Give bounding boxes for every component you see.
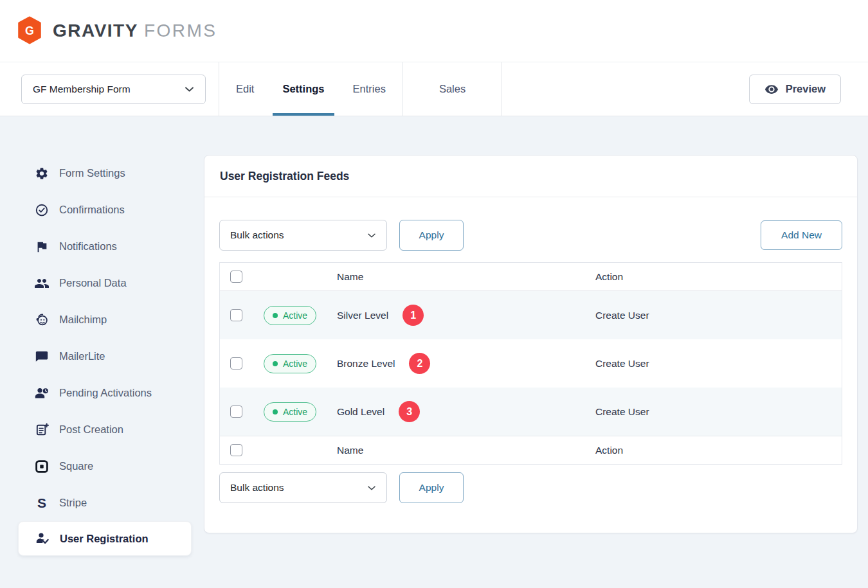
- mailchimp-icon: [34, 312, 50, 327]
- apply-button-top[interactable]: Apply: [399, 220, 464, 251]
- tab-edit[interactable]: Edit: [236, 62, 254, 116]
- sidebar-item-label: Square: [59, 460, 93, 472]
- table-footer-row: Name Action: [220, 436, 842, 464]
- sidebar-item-label: Notifications: [59, 240, 117, 253]
- apply-button-bottom[interactable]: Apply: [399, 472, 464, 503]
- feed-action: Create User: [595, 310, 842, 321]
- feed-name-link[interactable]: Silver Level: [337, 310, 388, 321]
- sidebar-item-post-creation[interactable]: Post Creation: [21, 411, 193, 448]
- brand-forms: FORMS: [144, 21, 217, 40]
- preview-button[interactable]: Preview: [749, 75, 841, 104]
- sidebar-item-label: Post Creation: [59, 423, 123, 436]
- form-selector-dropdown[interactable]: GF Membership Form: [21, 75, 206, 104]
- table-header-row: Name Action: [220, 263, 842, 291]
- annotation-marker-1: 1: [402, 305, 424, 326]
- annotation-marker-2: 2: [409, 353, 430, 374]
- sidebar-item-mailerlite[interactable]: MailerLite: [21, 338, 193, 375]
- status-dot-icon: [273, 313, 278, 318]
- svg-text:S: S: [37, 495, 46, 510]
- bulk-actions-select-bottom[interactable]: Bulk actions: [219, 472, 387, 503]
- document-plus-icon: [34, 422, 50, 437]
- gravity-forms-hexagon-icon: G: [16, 16, 43, 46]
- select-all-checkbox-top[interactable]: [230, 271, 242, 283]
- add-new-button[interactable]: Add New: [761, 220, 842, 250]
- sidebar-item-label: Stripe: [59, 497, 87, 509]
- bulk-actions-select-top[interactable]: Bulk actions: [219, 220, 387, 251]
- feed-name-link[interactable]: Gold Level: [337, 406, 384, 418]
- table-row-gold-level: Active Gold Level 3 Create User: [220, 388, 842, 436]
- form-selector-value: GF Membership Form: [33, 84, 131, 95]
- row-checkbox[interactable]: [230, 309, 242, 321]
- sidebar-item-label: Confirmations: [59, 204, 125, 216]
- status-dot-icon: [273, 361, 278, 366]
- chevron-down-icon: [367, 485, 376, 491]
- annotation-marker-3: 3: [399, 401, 420, 422]
- row-checkbox[interactable]: [230, 357, 242, 370]
- bottom-bulk-toolbar: Bulk actions Apply: [219, 472, 842, 503]
- brand-text: GRAVITYFORMS: [53, 21, 217, 41]
- column-footer-name: Name: [337, 445, 595, 456]
- status-badge: Active: [264, 306, 316, 325]
- settings-sidebar: Form Settings Confirmations Notification…: [21, 155, 193, 556]
- check-circle-icon: [34, 203, 50, 217]
- tab-entries[interactable]: Entries: [353, 62, 386, 116]
- table-row-silver-level: Active Silver Level 1 Create User: [220, 291, 842, 339]
- sidebar-item-user-registration[interactable]: User Registration: [18, 521, 192, 556]
- form-toolbar: GF Membership Form Edit Settings Entries…: [0, 62, 868, 116]
- feed-name-link[interactable]: Bronze Level: [337, 358, 395, 370]
- status-badge-label: Active: [283, 407, 307, 417]
- sidebar-item-form-settings[interactable]: Form Settings: [21, 155, 193, 192]
- select-all-checkbox-bottom[interactable]: [230, 444, 242, 456]
- sidebar-item-label: Mailchimp: [59, 314, 107, 326]
- sidebar-item-label: Personal Data: [59, 277, 127, 289]
- status-badge-label: Active: [283, 359, 307, 369]
- status-badge: Active: [264, 354, 316, 373]
- sidebar-item-personal-data[interactable]: Personal Data: [21, 265, 193, 301]
- stripe-icon: S: [34, 495, 50, 511]
- user-registration-feeds-panel: User Registration Feeds Bulk actions App…: [204, 155, 858, 533]
- column-header-name: Name: [337, 271, 595, 283]
- status-badge-label: Active: [283, 310, 307, 321]
- sidebar-item-label: MailerLite: [59, 350, 105, 362]
- feeds-table: Name Action Active Silver Level 1 Create…: [219, 262, 842, 465]
- panel-title: User Registration Feeds: [204, 156, 857, 197]
- sidebar-item-stripe[interactable]: S Stripe: [21, 485, 193, 521]
- chevron-down-icon: [367, 233, 376, 238]
- chat-bubble-icon: [34, 350, 50, 364]
- svg-text:G: G: [25, 24, 34, 37]
- chevron-down-icon: [185, 86, 194, 93]
- sidebar-item-mailchimp[interactable]: Mailchimp: [21, 301, 193, 338]
- flag-icon: [34, 240, 50, 254]
- bulk-actions-value: Bulk actions: [230, 482, 284, 494]
- row-checkbox[interactable]: [230, 405, 242, 418]
- tab-settings[interactable]: Settings: [282, 62, 324, 116]
- sidebar-item-confirmations[interactable]: Confirmations: [21, 192, 193, 228]
- bulk-actions-value: Bulk actions: [230, 229, 284, 241]
- people-icon: [34, 276, 50, 291]
- sidebar-item-pending-activations[interactable]: Pending Activations: [21, 375, 193, 411]
- sidebar-item-label: Pending Activations: [59, 387, 152, 399]
- column-header-action: Action: [595, 271, 842, 283]
- preview-button-label: Preview: [786, 83, 826, 95]
- content-area: Form Settings Confirmations Notification…: [0, 116, 868, 588]
- feed-action: Create User: [595, 406, 842, 418]
- sidebar-item-label: Form Settings: [59, 167, 125, 179]
- tab-group: Edit Settings Entries: [219, 62, 402, 116]
- sales-tab-section: Sales: [402, 62, 502, 116]
- gravity-forms-logo: G GRAVITYFORMS: [16, 16, 217, 46]
- feed-action: Create User: [595, 358, 842, 370]
- column-footer-action: Action: [595, 445, 842, 456]
- person-clock-icon: [34, 386, 50, 401]
- brand-gravity: GRAVITY: [53, 21, 138, 40]
- tab-sales[interactable]: Sales: [439, 62, 466, 116]
- sidebar-item-label: User Registration: [60, 533, 149, 545]
- eye-icon: [764, 82, 779, 96]
- gear-icon: [34, 166, 50, 181]
- sidebar-item-square[interactable]: Square: [21, 448, 193, 485]
- square-icon: [34, 459, 50, 474]
- person-check-icon: [35, 531, 50, 546]
- sidebar-item-notifications[interactable]: Notifications: [21, 228, 193, 265]
- top-bulk-toolbar: Bulk actions Apply Add New: [219, 220, 842, 251]
- app-header: G GRAVITYFORMS: [0, 0, 868, 62]
- status-badge: Active: [264, 402, 316, 422]
